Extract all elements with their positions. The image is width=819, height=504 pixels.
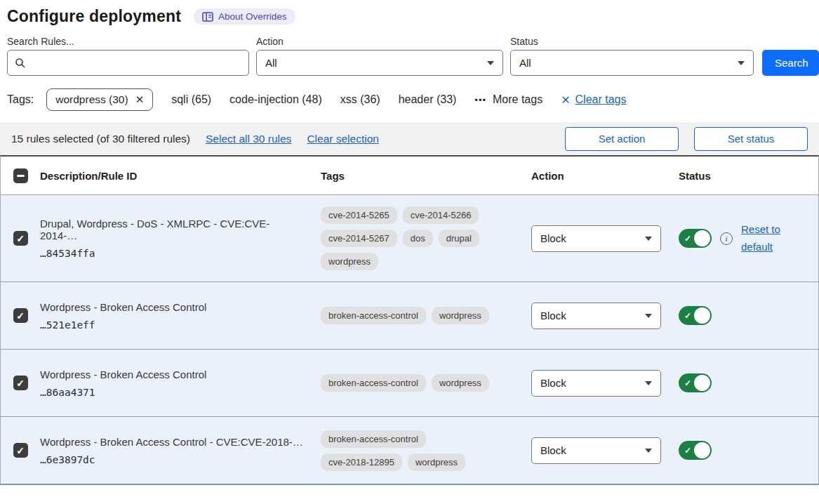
- action-value: Block: [540, 444, 566, 456]
- page-header: Configure deployment About Overrides: [0, 0, 819, 30]
- remove-tag-icon[interactable]: ✕: [135, 93, 145, 106]
- action-filter-select[interactable]: All: [256, 50, 503, 76]
- check-icon: ✓: [684, 378, 691, 388]
- chevron-down-icon: [645, 381, 652, 385]
- more-tags-label: More tags: [493, 93, 542, 106]
- row-checkbox[interactable]: ✓: [13, 231, 28, 246]
- toggle-knob: [694, 375, 710, 391]
- clear-tags-button[interactable]: ✕ Clear tags: [561, 93, 626, 107]
- action-select[interactable]: Block: [531, 303, 661, 329]
- action-filter-label: Action: [256, 36, 503, 47]
- search-icon: [15, 58, 26, 69]
- info-icon[interactable]: i: [720, 232, 733, 245]
- status-toggle[interactable]: ✓: [679, 441, 712, 460]
- clear-tags-icon: ✕: [561, 93, 570, 107]
- tag-pill: wordpress: [408, 453, 465, 471]
- clear-selection-link[interactable]: Clear selection: [307, 133, 379, 145]
- tag-pill: wordpress: [432, 307, 489, 324]
- table-row: ✓ Wordpress - Broken Access Control - CV…: [1, 416, 818, 484]
- indeterminate-icon: [17, 175, 25, 177]
- tag-header[interactable]: header (33): [399, 93, 457, 106]
- rule-tags: broken-access-control cve-2018-12895 wor…: [321, 430, 502, 471]
- status-toggle[interactable]: ✓: [679, 229, 712, 248]
- configure-deployment-page: Configure deployment About Overrides Sea…: [0, 0, 819, 485]
- chevron-down-icon: [645, 237, 652, 241]
- tag-pill: cve-2014-5267: [321, 230, 397, 247]
- rule-id: …86aa4371: [40, 387, 307, 398]
- row-checkbox[interactable]: ✓: [13, 376, 28, 390]
- tag-pill: broken-access-control: [321, 374, 426, 392]
- rule-id: …84534ffa: [40, 248, 307, 259]
- search-rules-label: Search Rules...: [7, 36, 249, 47]
- tags-label: Tags:: [7, 93, 34, 106]
- rule-tags: broken-access-control wordpress: [321, 374, 502, 392]
- tag-pill: broken-access-control: [321, 307, 426, 324]
- status-filter-select[interactable]: All: [510, 50, 754, 76]
- column-header-description: Description/Rule ID: [40, 170, 321, 182]
- selected-tag-chip[interactable]: wordpress (30) ✕: [46, 88, 153, 111]
- tag-xss[interactable]: xss (36): [340, 93, 380, 106]
- select-all-rules-link[interactable]: Select all 30 rules: [206, 133, 291, 145]
- status-filter-field: Status All: [510, 36, 754, 76]
- selection-bar: 15 rules selected (of 30 filtered rules)…: [0, 122, 819, 155]
- action-value: Block: [540, 310, 566, 321]
- tags-bar: Tags: wordpress (30) ✕ sqli (65) code-in…: [0, 76, 819, 121]
- status-filter-value: All: [519, 57, 531, 69]
- search-input-wrap[interactable]: [7, 50, 249, 76]
- selection-summary: 15 rules selected (of 30 filtered rules): [11, 133, 190, 145]
- chevron-down-icon: [645, 449, 652, 453]
- tag-pill: wordpress: [432, 374, 489, 392]
- rule-id: …6e3897dc: [40, 454, 307, 465]
- search-button[interactable]: Search: [762, 50, 819, 76]
- column-header-action: Action: [531, 170, 679, 182]
- toggle-knob: [694, 307, 710, 324]
- filters-section: Search Rules... Action All Status All: [0, 30, 819, 76]
- check-icon: ✓: [684, 234, 691, 244]
- column-header-tags: Tags: [321, 170, 531, 182]
- action-select[interactable]: Block: [531, 225, 661, 252]
- table-row: ✓ Drupal, Wordpress - DoS - XMLRPC - CVE…: [1, 194, 818, 281]
- status-toggle[interactable]: ✓: [679, 373, 712, 392]
- toggle-knob: [694, 442, 710, 458]
- about-overrides-badge[interactable]: About Overrides: [194, 8, 295, 25]
- check-icon: ✓: [16, 378, 25, 388]
- tag-pill: cve-2014-5265: [321, 206, 397, 224]
- selected-tag-label: wordpress (30): [55, 93, 128, 106]
- row-checkbox[interactable]: ✓: [13, 308, 28, 323]
- row-checkbox[interactable]: ✓: [13, 443, 28, 458]
- chevron-down-icon: [487, 61, 494, 65]
- rule-tags: cve-2014-5265 cve-2014-5266 cve-2014-526…: [321, 206, 502, 270]
- chevron-down-icon: [738, 61, 745, 65]
- check-icon: ✓: [16, 446, 25, 456]
- chevron-down-icon: [645, 314, 652, 318]
- action-filter-value: All: [265, 57, 277, 69]
- check-icon: ✓: [684, 446, 691, 456]
- set-action-button[interactable]: Set action: [565, 127, 679, 151]
- about-overrides-label: About Overrides: [218, 11, 287, 22]
- rule-description: Wordpress - Broken Access Control - CVE:…: [40, 436, 307, 448]
- tag-pill: cve-2018-12895: [321, 453, 402, 471]
- check-icon: ✓: [16, 311, 25, 321]
- tag-code-injection[interactable]: code-injection (48): [229, 93, 322, 106]
- more-tags-button[interactable]: ••• More tags: [474, 93, 542, 106]
- rule-description: Wordpress - Broken Access Control: [40, 369, 307, 380]
- set-status-button[interactable]: Set status: [694, 127, 808, 151]
- action-select[interactable]: Block: [531, 437, 661, 464]
- action-select[interactable]: Block: [531, 370, 661, 397]
- check-icon: ✓: [684, 311, 691, 321]
- status-toggle[interactable]: ✓: [679, 306, 712, 325]
- rule-description: Wordpress - Broken Access Control: [40, 301, 307, 313]
- reset-to-default-link[interactable]: Reset to default: [741, 221, 786, 256]
- select-all-checkbox[interactable]: [13, 168, 28, 183]
- column-header-status: Status: [679, 170, 818, 182]
- ellipsis-icon: •••: [474, 95, 486, 105]
- clear-tags-label: Clear tags: [575, 93, 627, 106]
- tag-pill: dos: [403, 230, 433, 247]
- page-title: Configure deployment: [7, 7, 181, 26]
- rules-table: Description/Rule ID Tags Action Status ✓…: [0, 155, 819, 485]
- search-input[interactable]: [32, 57, 241, 69]
- tag-pill: cve-2014-5266: [403, 206, 479, 224]
- toggle-knob: [694, 230, 710, 246]
- tag-sqli[interactable]: sqli (65): [171, 93, 211, 106]
- action-value: Block: [540, 377, 566, 389]
